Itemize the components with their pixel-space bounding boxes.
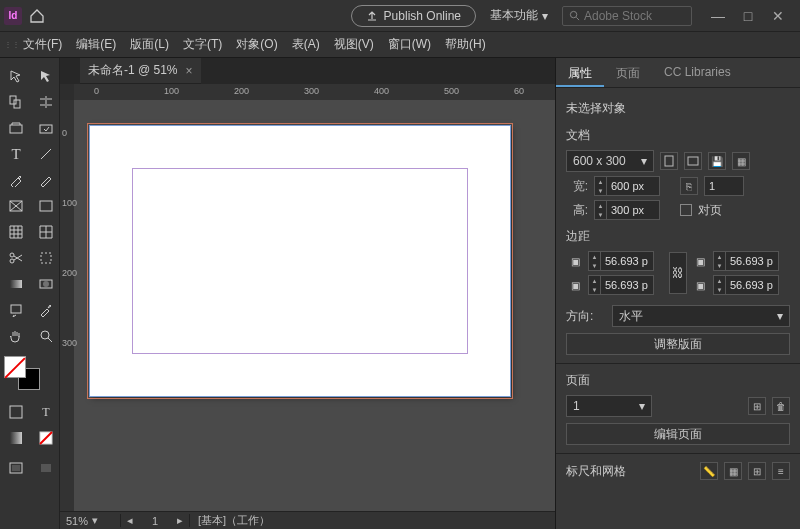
menu-layout[interactable]: 版面(L) [123, 33, 176, 56]
free-transform-tool[interactable] [34, 246, 58, 270]
margin-bottom-icon: ▣ [566, 276, 584, 294]
margin-right-input[interactable] [725, 275, 779, 295]
margin-top-icon: ▣ [566, 252, 584, 270]
tab-properties[interactable]: 属性 [556, 58, 604, 87]
ruler-origin[interactable] [60, 84, 74, 100]
pencil-tool[interactable] [34, 168, 58, 192]
close-tab-icon[interactable]: × [186, 64, 193, 78]
margin-bottom-field[interactable]: ▲▼ [588, 275, 665, 295]
grid-dots-icon[interactable]: ⊞ [748, 462, 766, 480]
facing-pages-checkbox[interactable] [680, 204, 692, 216]
margin-right-field[interactable]: ▲▼ [713, 275, 790, 295]
publish-online-button[interactable]: Publish Online [351, 5, 476, 27]
scissors-tool[interactable] [4, 246, 28, 270]
menu-view[interactable]: 视图(V) [327, 33, 381, 56]
tab-pages[interactable]: 页面 [604, 58, 652, 87]
preview-mode-icon[interactable] [34, 456, 58, 480]
svg-rect-4 [40, 125, 52, 133]
page-select[interactable]: 1▾ [566, 395, 652, 417]
width-field[interactable]: ▲▼ [594, 176, 660, 196]
preset-value: 600 x 300 [573, 154, 626, 168]
nav-prev-icon[interactable]: ◂ [127, 514, 133, 527]
page-canvas[interactable] [90, 126, 510, 396]
document-tab[interactable]: 未命名-1 @ 51% × [80, 58, 201, 84]
delete-page-icon[interactable]: 🗑 [772, 397, 790, 415]
menu-window[interactable]: 窗口(W) [381, 33, 438, 56]
window-controls: — □ ✕ [712, 10, 784, 22]
eyedropper-tool[interactable] [34, 298, 58, 322]
content-collector-tool[interactable] [4, 116, 28, 140]
note-tool[interactable] [4, 298, 28, 322]
preset-options-icon[interactable]: ▦ [732, 152, 750, 170]
menu-type[interactable]: 文字(T) [176, 33, 229, 56]
gradient-feather-tool[interactable] [34, 272, 58, 296]
width-input[interactable] [606, 176, 660, 196]
svg-rect-16 [10, 432, 22, 444]
page-navigator[interactable]: ◂1▸ [120, 514, 190, 527]
landscape-orientation-icon[interactable] [684, 152, 702, 170]
edit-pages-button[interactable]: 编辑页面 [566, 423, 790, 445]
menu-object[interactable]: 对象(O) [229, 33, 284, 56]
section-pages: 页面 [566, 372, 790, 389]
tab-cc-libraries[interactable]: CC Libraries [652, 58, 743, 87]
search-stock-input[interactable]: Adobe Stock [562, 6, 692, 26]
pen-tool[interactable] [4, 168, 28, 192]
zoom-tool[interactable] [34, 324, 58, 348]
ruler-horizontal[interactable]: 0 100 200 300 400 500 60 [74, 84, 555, 100]
gradient-tool[interactable] [4, 272, 28, 296]
grid-lines-icon[interactable]: ▦ [724, 462, 742, 480]
margin-bottom-input[interactable] [600, 275, 654, 295]
nav-next-icon[interactable]: ▸ [177, 514, 183, 527]
menu-file[interactable]: 文件(F) [16, 33, 69, 56]
margin-top-input[interactable] [600, 251, 654, 271]
menu-table[interactable]: 表(A) [285, 33, 327, 56]
ruler-vertical[interactable]: 0 100 200 300 [60, 100, 74, 511]
gap-tool[interactable] [34, 90, 58, 114]
new-page-icon[interactable]: ⊞ [748, 397, 766, 415]
fill-stroke-swatch[interactable] [0, 354, 59, 388]
titlebar: Id Publish Online 基本功能 ▾ Adobe Stock — □… [0, 0, 800, 32]
minimize-button[interactable]: — [712, 10, 724, 22]
apply-gradient-icon[interactable] [4, 426, 28, 450]
height-input[interactable] [606, 200, 660, 220]
home-icon[interactable] [28, 7, 46, 25]
pages-count-input[interactable] [704, 176, 744, 196]
baseline-grid-icon[interactable]: ≡ [772, 462, 790, 480]
page-size-preset[interactable]: 600 x 300▾ [566, 150, 654, 172]
content-placer-tool[interactable] [34, 116, 58, 140]
orientation-label: 方向: [566, 308, 606, 325]
direct-selection-tool[interactable] [34, 64, 58, 88]
hand-tool[interactable] [4, 324, 28, 348]
adjust-layout-button[interactable]: 调整版面 [566, 333, 790, 355]
margin-left-field[interactable]: ▲▼ [713, 251, 790, 271]
margin-top-field[interactable]: ▲▼ [588, 251, 665, 271]
apply-none-icon[interactable] [34, 426, 58, 450]
grid-icon[interactable] [4, 220, 28, 244]
publish-online-label: Publish Online [384, 9, 461, 23]
menu-edit[interactable]: 编辑(E) [69, 33, 123, 56]
line-tool[interactable] [34, 142, 58, 166]
selection-tool[interactable] [4, 64, 28, 88]
margin-left-input[interactable] [725, 251, 779, 271]
section-margins: 边距 [566, 228, 790, 245]
maximize-button[interactable]: □ [742, 10, 754, 22]
portrait-orientation-icon[interactable] [660, 152, 678, 170]
status-info: [基本]（工作） [190, 513, 278, 528]
link-margins-icon[interactable]: ⛓ [669, 252, 687, 294]
type-tool[interactable]: T [4, 142, 28, 166]
height-field[interactable]: ▲▼ [594, 200, 660, 220]
apply-color-icon[interactable] [4, 400, 28, 424]
close-button[interactable]: ✕ [772, 10, 784, 22]
zoom-dropdown[interactable]: 51%▾ [60, 514, 120, 527]
save-preset-icon[interactable]: 💾 [708, 152, 726, 170]
workspace-dropdown[interactable]: 基本功能 ▾ [490, 7, 548, 24]
page-tool[interactable] [4, 90, 28, 114]
ruler-icon[interactable]: 📏 [700, 462, 718, 480]
formatting-text-icon[interactable]: T [34, 400, 58, 424]
rectangle-frame-tool[interactable] [4, 194, 28, 218]
menu-help[interactable]: 帮助(H) [438, 33, 493, 56]
orientation-dropdown[interactable]: 水平▾ [612, 305, 790, 327]
rectangle-tool[interactable] [34, 194, 58, 218]
normal-view-icon[interactable] [4, 456, 28, 480]
cell-icon[interactable] [34, 220, 58, 244]
